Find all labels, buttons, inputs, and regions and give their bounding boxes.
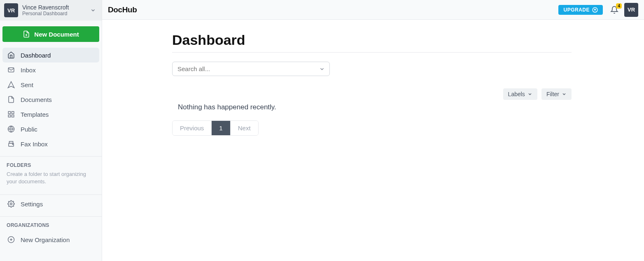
new-organization[interactable]: New Organization [2,232,99,247]
home-icon [7,51,15,59]
nav-settings[interactable]: Settings [2,196,99,211]
nav-inbox[interactable]: Inbox [2,62,99,77]
nav-label: Fax Inbox [21,141,48,148]
gear-icon [7,200,15,208]
filter-label: Filter [546,91,559,97]
new-document-label: New Document [34,31,79,38]
content: Dashboard Labels [102,20,644,261]
nav-label: Inbox [21,67,36,74]
user-avatar: VR [4,3,18,17]
svg-point-11 [12,144,13,145]
nav-documents[interactable]: Documents [2,92,99,107]
nav-label: Dashboard [21,52,51,59]
file-plus-icon [23,30,30,38]
nav-public[interactable]: Public [2,122,99,136]
templates-icon [7,111,15,118]
page-title: Dashboard [172,32,572,48]
user-subtitle: Personal Dashboard [22,11,90,16]
svg-rect-6 [12,115,14,117]
user-menu-avatar[interactable]: VR [624,3,638,17]
topbar: DocHub UPGRADE 4 VR [102,0,644,20]
brand-logo[interactable]: DocHub [108,5,137,14]
nav-label: Templates [21,111,49,118]
user-switcher[interactable]: VR Vince Ravenscroft Personal Dashboard [0,0,102,21]
notifications-button[interactable]: 4 [610,6,618,14]
fax-icon [7,140,15,148]
upgrade-label: UPGRADE [563,7,590,13]
search-input[interactable] [172,62,330,76]
new-document-button[interactable]: New Document [2,26,99,42]
chevron-down-icon [90,7,96,13]
new-organization-label: New Organization [21,236,70,243]
chevron-down-icon [527,92,532,97]
globe-icon [7,125,15,133]
document-icon [7,96,15,103]
pager-page-1[interactable]: 1 [212,121,230,135]
svg-point-12 [10,203,12,205]
user-name: Vince Ravenscroft [22,4,90,11]
folders-help: Create a folder to start organizing your… [7,171,95,185]
sent-icon [7,81,15,88]
notification-badge: 4 [616,3,622,9]
nav-fax-inbox[interactable]: Fax Inbox [2,136,99,151]
settings-label: Settings [21,201,43,208]
svg-rect-4 [12,111,14,113]
chevron-down-icon [562,92,567,97]
folders-title: FOLDERS [7,162,95,168]
svg-rect-3 [8,111,10,113]
user-info: Vince Ravenscroft Personal Dashboard [22,4,90,16]
arrow-up-circle-icon [592,7,598,13]
divider [172,52,572,53]
nav-label: Public [21,126,37,133]
plus-circle-icon [7,236,15,243]
empty-state-message: Nothing has happened recently. [172,102,572,120]
upgrade-button[interactable]: UPGRADE [558,5,603,15]
svg-rect-5 [8,115,10,117]
nav-label: Sent [21,81,33,88]
nav-templates[interactable]: Templates [2,107,99,122]
main-area: DocHub UPGRADE 4 VR Dashboard [102,0,644,261]
nav-sent[interactable]: Sent [2,77,99,92]
pagination: Previous 1 Next [172,120,259,136]
inbox-icon [7,66,15,74]
organizations-title: ORGANIZATIONS [7,222,95,228]
labels-button[interactable]: Labels [503,88,537,100]
search-wrap [172,62,330,76]
pager-next[interactable]: Next [231,121,258,135]
pager-prev[interactable]: Previous [173,121,212,135]
organizations-section: ORGANIZATIONS [0,217,102,232]
nav-label: Documents [21,96,52,103]
sidebar: VR Vince Ravenscroft Personal Dashboard … [0,0,102,261]
filter-button[interactable]: Filter [541,88,572,100]
labels-label: Labels [508,91,525,97]
nav-list: Dashboard Inbox Sent Documents [0,46,102,153]
nav-dashboard[interactable]: Dashboard [2,48,99,62]
folders-section: FOLDERS Create a folder to start organiz… [0,157,102,191]
